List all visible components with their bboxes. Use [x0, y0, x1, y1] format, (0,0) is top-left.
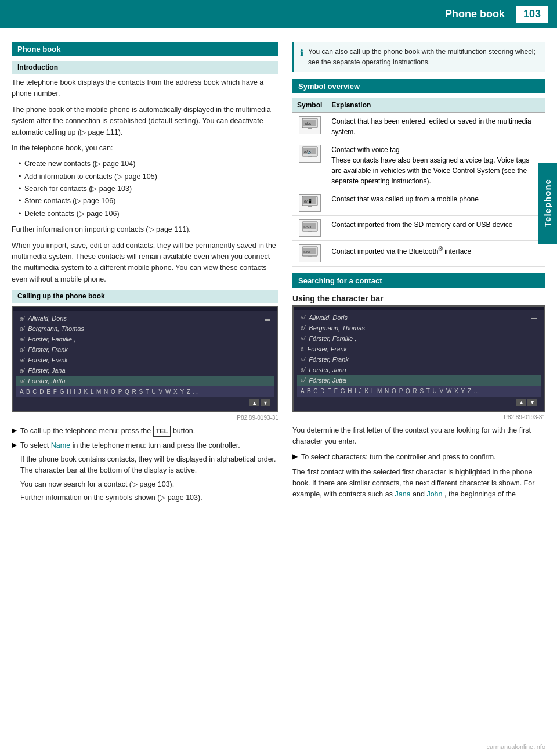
arrow-icon: ▶ [292, 452, 298, 460]
list-item: Store contacts (▷ page 106) [19, 196, 278, 207]
contact-row: a/ Förster, Frank [16, 344, 274, 355]
scroll-up-btn[interactable]: ▲ [249, 399, 259, 406]
sd-card-symbol: a/SD [299, 219, 321, 237]
voice-tag-symbol: a/🔊 [299, 145, 321, 163]
contact-icon: a/ [301, 335, 305, 341]
svg-rect-17 [308, 256, 312, 257]
contact-icon: a/ [20, 368, 24, 374]
list-item: Delete contacts (▷ page 106) [19, 208, 278, 219]
svg-text:a/📱: a/📱 [304, 199, 313, 204]
left-column: Phone book Introduction The telephone bo… [12, 42, 278, 507]
list-item: Search for contacts (▷ page 103) [19, 183, 278, 195]
symbol-section-header: Symbol overview [292, 79, 545, 93]
contact-icon: a/ [20, 315, 24, 322]
contact-row: a/ Förster, Familie , [297, 333, 541, 344]
search-section-header: Searching for a contact [292, 273, 545, 288]
main-content: Phone book Introduction The telephone bo… [0, 28, 557, 519]
contact-icon: a/ [20, 357, 24, 363]
contact-icon: a [301, 345, 304, 352]
contact-row-selected: a/ Förster, Jutta [16, 376, 274, 386]
scroll-up-btn-2[interactable]: ▲ [516, 399, 526, 406]
jana-link: Jana [395, 490, 410, 498]
contact-row: a/ Förster, Jana [297, 365, 541, 375]
contact-icon: a/ [20, 378, 24, 384]
contact-row: a/ Förster, Jana [16, 365, 274, 376]
instruction-row-1: ▶ To call up the telephone menu: press t… [12, 426, 278, 437]
phone-screen-inner-2: a/ Allwald, Doris ▬ a/ Bergmann, Thomas … [294, 310, 544, 411]
symbol-table: Symbol Explanation abc [292, 98, 545, 267]
header-bar: Phone book 103 [0, 0, 557, 28]
table-row: a/SD Contact imported from the SD memory… [292, 215, 545, 241]
table-row: a/BT Contact imported via the Bluetooth®… [292, 241, 545, 267]
right-column: ℹ You can also call up the phone book wi… [292, 42, 545, 507]
multimedia-symbol: abc [299, 116, 321, 134]
contact-icon: a/ [301, 325, 305, 331]
contact-icon: a/ [20, 326, 24, 332]
instruction-row-2: ▶ To select Name in the telephone menu: … [12, 440, 278, 503]
instruction-text-1: To call up the telephone menu: press the… [20, 426, 195, 437]
page-number: 103 [516, 6, 548, 23]
bullet-list: Create new contacts (▷ page 104) Add inf… [19, 159, 278, 219]
bottom-bar-2: ▲ ▼ [297, 397, 541, 408]
contact-icon: a/ [301, 314, 305, 321]
explanation-col-header: Explanation [327, 98, 545, 113]
table-row: a/📱 Contact that was called up from a mo… [292, 190, 545, 216]
side-tab: Telephone [538, 163, 557, 244]
char-bar: A B C D E F G H I J K L M N O P Q R S T … [16, 386, 274, 397]
list-item: Create new contacts (▷ page 104) [19, 159, 278, 170]
search-para1: You determine the first letter of the co… [292, 425, 545, 448]
contact-row: a/ Bergmann, Thomas [16, 323, 274, 334]
symbol-description: Contact that was called up from a mobile… [327, 190, 545, 216]
symbol-description: Contact with voice tagThese contacts hav… [327, 141, 545, 190]
svg-text:a/🔊: a/🔊 [304, 149, 313, 154]
phone-screen: a/ Allwald, Doris ▬ a/ Bergmann, Thomas … [12, 306, 278, 412]
contact-row: a/ Allwald, Doris ▬ [297, 312, 541, 323]
screen-label: P82.89-0193-31 [12, 415, 278, 421]
phone-screen-inner: a/ Allwald, Doris ▬ a/ Bergmann, Thomas … [13, 311, 277, 411]
svg-text:a/SD: a/SD [303, 225, 312, 229]
intro-para3: In the telephone book, you can: [12, 143, 278, 154]
char-bar-2: A B C D E F G H I J K L M N O P Q R S T … [297, 386, 541, 397]
svg-text:abc: abc [305, 121, 312, 125]
tel-badge: TEL [153, 426, 171, 437]
bottom-bar: ▲ ▼ [16, 397, 274, 409]
section-header-phonebook: Phone book [12, 42, 278, 56]
bluetooth-symbol: a/BT [299, 244, 321, 262]
search-instruction-row: ▶ To select characters: turn the control… [292, 452, 545, 463]
contact-icon: a/ [20, 336, 24, 343]
john-link: John [426, 490, 442, 498]
further-info: Further information on importing contact… [12, 224, 278, 235]
contact-icon: a/ [301, 366, 305, 373]
svg-text:a/BT: a/BT [303, 250, 311, 254]
list-item: Add information to contacts (▷ page 105) [19, 171, 278, 182]
contact-icon: a/ [301, 356, 305, 362]
symbol-col-header: Symbol [292, 98, 327, 113]
arrow-icon: ▶ [12, 426, 17, 434]
screen-label-2: P82.89-0193-31 [292, 414, 545, 420]
contact-row: a/ Förster, Familie , [16, 334, 274, 344]
contact-row: a/ Förster, Frank [16, 355, 274, 365]
and-text: and [413, 490, 425, 498]
header-title: Phone book [445, 8, 505, 20]
info-box: ℹ You can also call up the phone book wi… [292, 42, 545, 72]
char-bar-heading: Using the character bar [292, 294, 545, 303]
symbol-description: Contact that has been entered, edited or… [327, 113, 545, 141]
svg-rect-13 [308, 231, 312, 232]
svg-rect-9 [308, 206, 312, 207]
contact-icon: a/ [20, 347, 24, 353]
intro-para1: The telephone book displays the contacts… [12, 77, 278, 100]
contact-row: a Förster, Frank [297, 344, 541, 354]
table-row: a/🔊 Contact with voice tagThese contacts… [292, 141, 545, 190]
intro-para2: The phone book of the mobile phone is au… [12, 105, 278, 138]
scroll-down-btn-2[interactable]: ▼ [527, 399, 537, 406]
svg-rect-5 [308, 156, 312, 157]
scroll-down-btn[interactable]: ▼ [261, 399, 270, 406]
info-box-text: You can also call up the phone book with… [308, 46, 540, 67]
table-row: abc Contact that has been entered, edite… [292, 113, 545, 141]
arrow-icon: ▶ [12, 441, 17, 449]
phone-screen-2: a/ Allwald, Doris ▬ a/ Bergmann, Thomas … [292, 305, 545, 412]
symbol-description: Contact imported via the Bluetooth® inte… [327, 241, 545, 267]
search-para2: The first contact with the selected firs… [292, 467, 545, 501]
contact-row: a/ Förster, Frank [297, 354, 541, 365]
svg-rect-1 [308, 128, 312, 129]
